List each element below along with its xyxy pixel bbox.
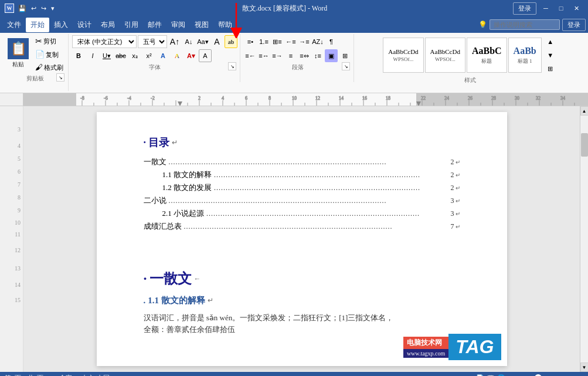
section2-title: 1.1 散文的解释 xyxy=(148,295,205,306)
print-layout-button[interactable]: 📄 xyxy=(476,374,484,377)
menu-item-开始[interactable]: 开始 xyxy=(26,18,49,32)
undo-button[interactable]: ↩ xyxy=(29,4,38,13)
text-effects-button[interactable]: A xyxy=(157,49,169,62)
bullets-button[interactable]: ≡• xyxy=(244,35,257,48)
menu-item-设计[interactable]: 设计 xyxy=(73,18,96,32)
format-painter-button[interactable]: 🖌 格式刷 xyxy=(33,62,66,73)
ruler-left-margin xyxy=(0,93,23,106)
styles-scroll-down[interactable]: ▼ xyxy=(544,49,557,62)
section2-title-row: . 1.1 散文的解释 ↵ xyxy=(144,295,460,306)
align-center-button[interactable]: ≡↔ xyxy=(257,49,270,62)
font-size-select[interactable]: 五号 xyxy=(138,35,167,48)
toc-dots-4: ........................................… xyxy=(169,197,448,205)
customize-button[interactable]: ▾ xyxy=(49,4,56,13)
minimize-button[interactable]: ─ xyxy=(539,4,553,13)
line-number-5: 5 xyxy=(0,152,23,165)
copy-button[interactable]: 📄 复制 xyxy=(33,49,66,60)
paste-button[interactable]: 📋 粘贴 xyxy=(5,35,32,72)
justify-button[interactable]: ≡ xyxy=(284,49,297,62)
menu-item-审阅[interactable]: 审阅 xyxy=(166,18,190,32)
watermark-sitename: 电脑技术网 xyxy=(403,337,448,349)
style-card-heading1[interactable]: AaBb 标题 1 xyxy=(508,38,542,73)
style-card-normal[interactable]: AaBbCcDd WPSOf... xyxy=(383,38,423,73)
show-hide-button[interactable]: ¶ xyxy=(325,35,338,48)
scroll-down-button[interactable]: ▼ xyxy=(580,363,589,372)
font-grow-button[interactable]: A↑ xyxy=(168,35,181,48)
menu-item-插入[interactable]: 插入 xyxy=(49,18,73,32)
decrease-indent-button[interactable]: ←≡ xyxy=(284,35,297,48)
toc-dots-3: ........................................… xyxy=(214,184,448,192)
ruler-ticks: -8 -6 -4 -2 2 4 6 xyxy=(23,93,588,106)
scroll-up-button[interactable]: ▲ xyxy=(580,106,589,116)
svg-text:28: 28 xyxy=(491,96,496,101)
shading-button[interactable]: ▣ xyxy=(325,49,338,62)
red-arrow-indicator xyxy=(227,3,245,40)
style-card-heading[interactable]: AaBbC 标题 xyxy=(467,38,507,73)
multilevel-list-button[interactable]: ⊞≡ xyxy=(271,35,284,48)
zoom-out-button[interactable]: ─ xyxy=(508,374,513,377)
toc-text-2: 1.1 散文的解释 xyxy=(162,170,212,180)
menu-item-布局[interactable]: 布局 xyxy=(96,18,120,32)
underline-button[interactable]: U▾ xyxy=(100,49,113,62)
clear-format-button[interactable]: A xyxy=(210,35,223,48)
line-number-3: 3 xyxy=(0,119,23,139)
styles-scroll-up[interactable]: ▲ xyxy=(544,35,557,48)
search-input[interactable] xyxy=(490,19,560,30)
scroll-thumb[interactable] xyxy=(581,133,588,157)
font-shrink-button[interactable]: A↓ xyxy=(182,35,195,48)
change-case-button[interactable]: Aa▾ xyxy=(196,35,209,48)
toc-page-4: 3 xyxy=(451,197,454,205)
increase-indent-button[interactable]: →≡ xyxy=(298,35,311,48)
distributed-button[interactable]: ≡⇔ xyxy=(298,49,311,62)
styles-group: AaBbCcDd WPSOf... AaBbCcDd WPSOf... AaBb… xyxy=(354,34,586,93)
paragraph-expand-button[interactable]: ↘ xyxy=(342,62,350,70)
toc-title-row: · 目录 ↵ xyxy=(144,136,460,150)
styles-more-button[interactable]: ⊞ xyxy=(544,62,557,75)
document-area[interactable]: · 目录 ↵ 一散文 .............................… xyxy=(23,106,580,372)
zoom-in-button[interactable]: + xyxy=(563,374,567,377)
menu-item-视图[interactable]: 视图 xyxy=(190,18,213,32)
toc-dot: · xyxy=(144,137,147,149)
align-right-button[interactable]: ≡→ xyxy=(271,49,284,62)
text-highlight-button[interactable]: ab xyxy=(225,35,237,48)
paragraph-row1: ≡• 1.≡ ⊞≡ ←≡ →≡ AZ↓ ¶ xyxy=(244,35,351,48)
style-card-normal2[interactable]: AaBbCcDd WPSOf... xyxy=(425,38,465,73)
highlight-color-button[interactable]: A xyxy=(171,49,183,62)
font-name-select[interactable]: 宋体 (中文正文) xyxy=(72,35,137,48)
borders-button[interactable]: ⊞ xyxy=(338,49,351,62)
menu-item-邮件[interactable]: 邮件 xyxy=(143,18,166,32)
style-preview-normal: AaBbCcDd xyxy=(388,48,418,55)
toc-entry-6: 成绩汇总表 ..................................… xyxy=(144,221,460,232)
maximize-button[interactable]: □ xyxy=(554,4,568,13)
sort-button[interactable]: AZ↓ xyxy=(311,35,324,48)
strikethrough-button[interactable]: abc xyxy=(114,49,127,62)
toc-page-1: 2 xyxy=(451,158,454,167)
login-button[interactable]: 登录 xyxy=(513,2,536,15)
redo-button[interactable]: ↪ xyxy=(39,4,48,13)
menu-item-引用[interactable]: 引用 xyxy=(120,18,143,32)
ruler: -8 -6 -4 -2 2 4 6 xyxy=(0,93,588,106)
font-expand-button[interactable]: ↘ xyxy=(228,62,236,70)
close-button[interactable]: ✕ xyxy=(569,4,583,13)
font-color-button[interactable]: A▾ xyxy=(185,49,198,62)
cut-button[interactable]: ✂ 剪切 xyxy=(33,35,66,48)
bold-button[interactable]: B xyxy=(72,49,85,62)
svg-text:34: 34 xyxy=(560,96,565,101)
clipboard-expand-button[interactable]: ↘ xyxy=(56,73,64,82)
read-mode-button[interactable]: 📖 xyxy=(487,374,495,377)
menu-item-文件[interactable]: 文件 xyxy=(2,18,26,32)
subscript-button[interactable]: x₂ xyxy=(128,49,141,62)
italic-button[interactable]: I xyxy=(86,49,99,62)
line-spacing-button[interactable]: ↕≡ xyxy=(311,49,324,62)
align-left-button[interactable]: ≡← xyxy=(244,49,257,62)
ribbon-content: 📋 粘贴 ✂ 剪切 📄 复制 🖌 格式刷 xyxy=(2,34,586,93)
numbering-button[interactable]: 1.≡ xyxy=(257,35,270,48)
char-border-button[interactable]: A xyxy=(199,49,212,62)
header-login-button[interactable]: 登录 xyxy=(562,19,586,31)
line-number-11: 11 xyxy=(0,228,23,240)
vertical-scrollbar: ▲ ▼ xyxy=(580,106,588,372)
web-layout-button[interactable]: 🌐 xyxy=(497,374,505,377)
superscript-button[interactable]: x² xyxy=(142,49,155,62)
save-button[interactable]: 💾 xyxy=(16,4,28,13)
line-number-10: 10 xyxy=(0,216,23,228)
